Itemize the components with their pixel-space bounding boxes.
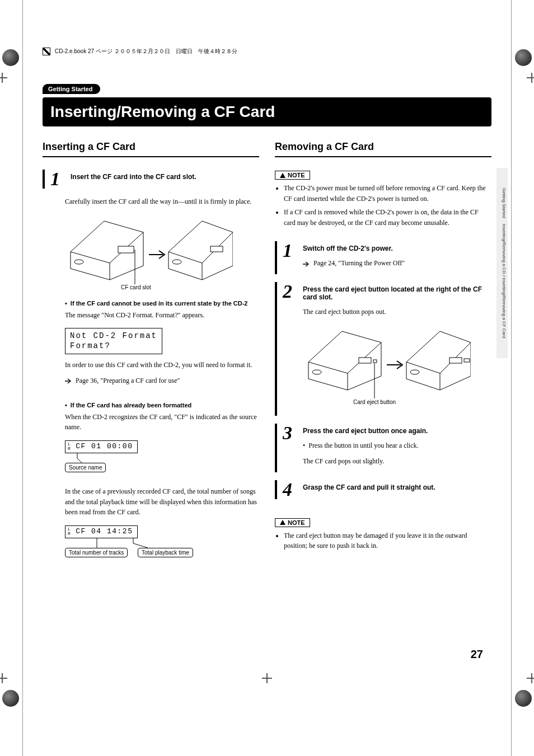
sub-heading-text: If the CF card cannot be used in its cur… (71, 300, 248, 307)
warning-triangle-icon (280, 520, 285, 525)
paragraph: When the CD-2 recognizes the CF card, "C… (65, 412, 259, 433)
sub-heading-text: If the CF card has already been formatte… (71, 402, 191, 408)
step-body: Press the card eject button once again. … (303, 424, 491, 472)
figure-callout: Card eject button (353, 399, 396, 405)
step-title: Press the card eject button once again. (303, 424, 491, 435)
reference-text: Page 36, "Preparing a CF card for use" (76, 377, 180, 384)
lcd-lr-meter: LR (68, 442, 71, 451)
step-block: 4 Grasp the CF card and pull it straight… (275, 480, 491, 499)
crop-mark-icon (0, 673, 7, 683)
step-number: 2 (283, 282, 297, 416)
side-tab-section: Getting Started (502, 188, 507, 218)
svg-point-8 (410, 370, 419, 374)
step-rule (275, 282, 277, 416)
step-body: Grasp the CF card and pull it straight o… (303, 480, 491, 499)
lcd-text: CF 04 14:25 (76, 527, 133, 536)
lcd-display: LR CF 04 14:25 (65, 525, 138, 538)
paragraph: The card eject button pops out. (303, 307, 491, 317)
step-number: 3 (283, 424, 297, 472)
figure-eject-button: Card eject button (303, 323, 491, 407)
crop-mark-icon (527, 673, 534, 683)
device-illustration (303, 323, 471, 407)
paragraph: Carefully insert the CF card all the way… (65, 196, 259, 207)
bullet-icon: • (65, 402, 67, 408)
left-column: Inserting a CF Card 1 Insert the CF card… (43, 141, 259, 571)
step-rule (275, 241, 277, 274)
paragraph: The CF card pops out slightly. (303, 456, 491, 467)
note-label: NOTE (288, 172, 305, 179)
lcd-text: CF 01 00:00 (76, 442, 133, 450)
lcd-line: Not CD-2 Format (70, 331, 157, 341)
sub-heading: • If the CF card has already been format… (65, 402, 259, 408)
figure-callout: CF card slot (121, 284, 151, 290)
svg-rect-9 (449, 358, 462, 363)
crop-mark-icon (0, 73, 7, 83)
crop-corner-dot (2, 49, 19, 66)
bullet-item: • Press the button in until you hear a c… (303, 440, 491, 451)
step-block: 3 Press the card eject button once again… (275, 424, 491, 472)
step-body: Insert the CF card into the CF card slot… (71, 170, 259, 189)
step-title: Switch off the CD-2's power. (303, 241, 491, 252)
paragraph: In order to use this CF card with the CD… (65, 360, 259, 370)
lcd-line: Format? (70, 341, 157, 351)
note-item: If a CF card is removed while the CD-2's… (284, 207, 491, 228)
svg-rect-7 (373, 360, 377, 363)
note-item: The card eject button may be damaged if … (284, 530, 491, 551)
figure-cf-slot: CF card slot (65, 213, 259, 291)
cross-reference: Page 36, "Preparing a CF card for use" (65, 375, 259, 386)
note-item: The CD-2's power must be turned off befo… (284, 183, 491, 204)
header-text: CD-2.e.book 27 ページ ２００５年２月２０日 日曜日 午後４時２８… (55, 48, 237, 55)
section-badge: Getting Started (43, 84, 100, 94)
device-illustration (65, 213, 233, 291)
svg-point-5 (312, 370, 321, 374)
crop-mark-icon (262, 673, 272, 683)
crop-corner-dot (2, 690, 19, 707)
step-rule (275, 480, 277, 499)
sub-heading: • If the CF card cannot be used in its c… (65, 300, 259, 307)
reference-arrow-icon (303, 261, 310, 267)
step-title: Insert the CF card into the CF card slot… (71, 170, 259, 181)
two-column-layout: Inserting a CF Card 1 Insert the CF card… (43, 141, 491, 571)
callout-label: Source name (65, 463, 106, 472)
note-badge: NOTE (275, 171, 310, 180)
lcd-display: Not CD-2 Format Format? (65, 328, 162, 354)
reference-arrow-icon (65, 378, 72, 384)
document-header-info: CD-2.e.book 27 ページ ２００５年２月２０日 日曜日 午後４時２８… (43, 48, 491, 55)
step-title: Grasp the CF card and pull it straight o… (303, 480, 491, 491)
step-title: Press the card eject button located at t… (303, 282, 491, 301)
paragraph: In the case of a previously recorded CF … (65, 486, 259, 518)
step-block: 1 Switch off the CD-2's power. Page 24, … (275, 241, 491, 274)
note-label: NOTE (288, 519, 305, 526)
svg-point-2 (172, 260, 181, 264)
note-list: The card eject button may be damaged if … (275, 530, 491, 551)
page-number: 27 (471, 648, 483, 661)
step-rule (43, 170, 45, 189)
reference-text: Page 24, "Turning the Power Off" (313, 259, 405, 267)
lcd-lr-meter: LR (68, 527, 71, 536)
callout-connector (76, 453, 87, 464)
note-badge: NOTE (275, 518, 310, 527)
svg-point-0 (74, 260, 83, 264)
step-body: Press the card eject button located at t… (303, 282, 491, 416)
step-number: 4 (283, 480, 297, 499)
step-block: 1 Insert the CF card into the CF card sl… (43, 170, 259, 189)
svg-rect-6 (359, 358, 371, 363)
crop-corner-dot (515, 690, 532, 707)
lcd-display: LR CF 01 00:00 (65, 440, 138, 453)
bullet-icon: • (303, 440, 305, 451)
callout-connector (96, 538, 107, 549)
step-number: 1 (283, 241, 297, 274)
svg-rect-10 (464, 359, 470, 362)
callout-label: Total number of tracks (65, 548, 128, 557)
note-list: The CD-2's power must be turned off befo… (275, 183, 491, 228)
side-tab-page-path: Inserting/Removing a CD / Inserting/Remo… (502, 224, 507, 338)
step-number: 1 (50, 170, 65, 189)
paragraph: The message "Not CD-2 Format. Format?" a… (65, 310, 259, 321)
bullet-text: Press the button in until you hear a cli… (308, 440, 418, 451)
warning-triangle-icon (280, 173, 285, 178)
svg-rect-3 (210, 246, 223, 252)
book-icon (43, 48, 50, 55)
step-rule (275, 424, 277, 472)
crop-corner-dot (515, 49, 532, 66)
right-column: Removing a CF Card NOTE The CD-2's power… (275, 141, 491, 571)
